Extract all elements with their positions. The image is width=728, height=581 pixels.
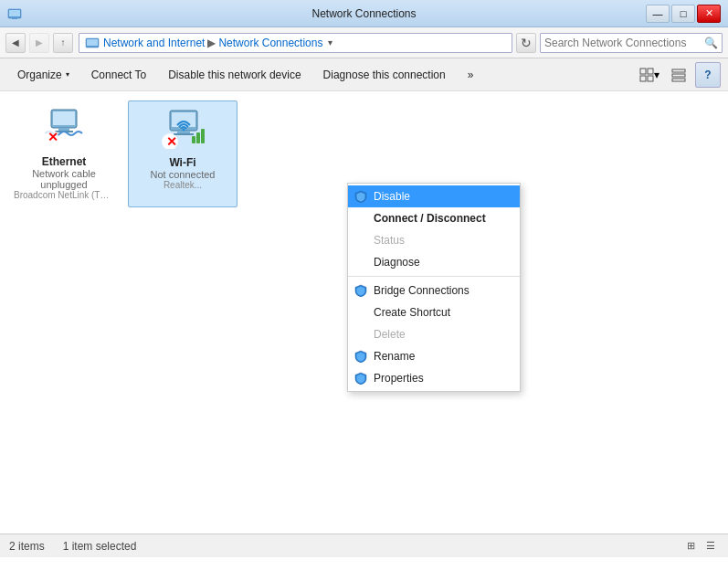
svg-rect-7 (648, 69, 653, 74)
ctx-properties-label: Properties (374, 372, 424, 385)
path-separator: ▶ (207, 37, 216, 49)
svg-text:✕: ✕ (47, 130, 58, 144)
ethernet-item[interactable]: ✕ Ethernet Network cable unplugged Broad… (9, 100, 119, 207)
ctx-properties-icon (353, 371, 368, 386)
ctx-diagnose[interactable]: Diagnose (348, 251, 520, 273)
svg-rect-2 (11, 17, 18, 18)
organize-dropdown-arrow: ▾ (66, 70, 69, 79)
connect-to-button[interactable]: Connect To (81, 62, 157, 88)
ctx-separator-1 (348, 276, 520, 277)
path-icon (85, 36, 100, 50)
wifi-icon-wrapper: ✕ (161, 109, 205, 153)
svg-rect-15 (58, 128, 69, 131)
ctx-status: Status (348, 229, 520, 251)
refresh-button[interactable]: ↻ (516, 33, 536, 53)
ctx-connect-label: Connect / Disconnect (374, 212, 486, 225)
status-detail-view-button[interactable]: ☰ (702, 538, 719, 555)
wifi-item[interactable]: ✕ Wi-Fi Not connected Realtek... (128, 100, 237, 207)
svg-point-23 (183, 129, 185, 132)
search-input[interactable] (544, 37, 704, 49)
context-menu: Disable Connect / Disconnect Status Diag… (347, 183, 521, 392)
ctx-shortcut[interactable]: Create Shortcut (348, 301, 520, 323)
svg-rect-5 (87, 39, 98, 46)
ctx-rename[interactable]: Rename (348, 345, 520, 367)
ctx-bridge-label: Bridge Connections (374, 284, 470, 297)
maximize-button[interactable]: □ (671, 5, 695, 23)
ctx-connect[interactable]: Connect / Disconnect (348, 207, 520, 229)
svg-rect-28 (201, 129, 205, 143)
layout-icon (671, 68, 686, 82)
search-icon: 🔍 (704, 37, 718, 49)
help-button[interactable]: ? (695, 62, 721, 88)
shield-icon-4 (354, 372, 367, 385)
address-path[interactable]: Network and Internet ▶ Network Connectio… (79, 33, 512, 53)
ethernet-icon-wrapper: ✕ (42, 108, 86, 152)
ctx-delete-label: Delete (374, 328, 406, 341)
window-icon (7, 6, 22, 21)
window-title: Network Connections (0, 7, 728, 20)
more-button[interactable]: » (458, 62, 484, 88)
wifi-name: Wi-Fi (169, 156, 195, 169)
ctx-bridge[interactable]: Bridge Connections (348, 280, 520, 301)
view-options-button[interactable]: ▾ (637, 62, 662, 88)
svg-rect-3 (12, 18, 17, 19)
selected-count: 1 item selected (63, 540, 137, 553)
svg-rect-11 (672, 74, 685, 77)
svg-rect-14 (53, 111, 75, 125)
ctx-shortcut-label: Create Shortcut (374, 306, 450, 319)
search-box: 🔍 (540, 33, 723, 53)
address-bar: ◀ ▶ ↑ Network and Internet ▶ Network Con… (0, 27, 728, 58)
up-button[interactable]: ↑ (53, 33, 73, 53)
svg-rect-6 (640, 69, 646, 74)
wifi-icon: ✕ (161, 109, 208, 149)
diagnose-button[interactable]: Diagnose this connection (313, 62, 456, 88)
item-count: 2 items (9, 540, 45, 553)
path-item-1[interactable]: Network and Internet (103, 37, 205, 49)
ethernet-detail: Broadcom NetLink (TM) Gigabit E... (14, 190, 114, 200)
wifi-detail: Realtek... (164, 180, 202, 190)
shield-icon (354, 190, 367, 203)
svg-rect-27 (196, 132, 200, 143)
ctx-delete: Delete (348, 323, 520, 345)
wifi-status: Not connected (151, 169, 216, 180)
ctx-rename-icon (353, 349, 368, 364)
organize-button[interactable]: Organize ▾ (7, 62, 79, 88)
ctx-disable[interactable]: Disable (348, 185, 520, 207)
shield-icon-2 (354, 284, 367, 297)
forward-button[interactable]: ▶ (29, 33, 49, 53)
svg-rect-10 (672, 69, 685, 72)
svg-rect-12 (672, 79, 685, 81)
disable-button[interactable]: Disable this network device (158, 62, 311, 88)
ctx-disable-icon (353, 189, 368, 204)
ctx-rename-label: Rename (374, 350, 415, 363)
layout-button[interactable] (666, 62, 691, 88)
back-button[interactable]: ◀ (5, 33, 26, 53)
ctx-diagnose-label: Diagnose (374, 256, 420, 269)
main-area: ✕ Ethernet Network cable unplugged Broad… (0, 91, 728, 557)
ctx-properties[interactable]: Properties (348, 367, 520, 389)
status-list-view-button[interactable]: ⊞ (682, 538, 699, 555)
ethernet-name: Ethernet (42, 155, 87, 168)
shield-icon-3 (354, 350, 367, 363)
path-dropdown-button[interactable]: ▾ (322, 33, 337, 53)
minimize-button[interactable]: — (646, 5, 670, 23)
view-icon (639, 68, 654, 82)
close-button[interactable]: ✕ (697, 5, 721, 23)
svg-rect-26 (192, 136, 195, 143)
ctx-bridge-icon (353, 283, 368, 298)
toolbar: Organize ▾ Connect To Disable this netwo… (0, 58, 728, 91)
svg-rect-9 (648, 76, 653, 81)
svg-rect-8 (640, 76, 646, 81)
title-bar: Network Connections — □ ✕ (0, 0, 728, 27)
svg-text:✕: ✕ (166, 134, 177, 149)
ethernet-icon: ✕ (42, 108, 86, 144)
ethernet-status: Network cable unplugged (16, 168, 111, 190)
path-item-2[interactable]: Network Connections (218, 37, 322, 49)
ctx-status-label: Status (374, 234, 405, 247)
svg-rect-1 (9, 10, 20, 16)
status-bar: 2 items 1 item selected ⊞ ☰ (0, 533, 728, 557)
ctx-disable-label: Disable (374, 190, 410, 203)
